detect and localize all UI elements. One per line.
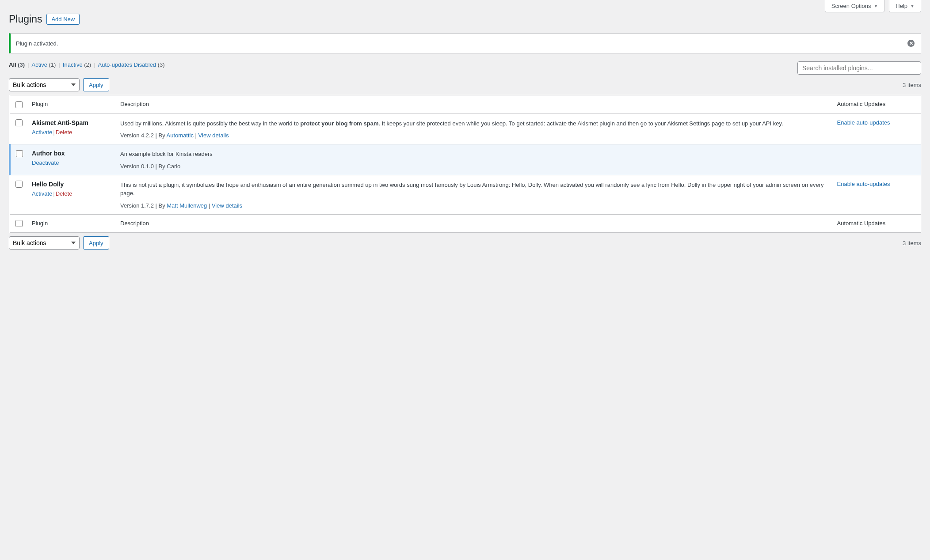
- row-actions: Deactivate: [32, 159, 111, 166]
- table-row: Hello DollyActivate|DeleteThis is not ju…: [10, 175, 921, 214]
- items-count: 3 items: [903, 82, 921, 88]
- row-actions: Activate|Delete: [32, 129, 111, 136]
- delete-link[interactable]: Delete: [56, 129, 72, 136]
- screen-options-tab[interactable]: Screen Options ▼: [825, 0, 885, 12]
- column-auto-updates[interactable]: Automatic Updates: [833, 95, 921, 114]
- column-plugin-footer[interactable]: Plugin: [27, 214, 116, 233]
- plugin-name: Hello Dolly: [32, 181, 64, 188]
- deactivate-link[interactable]: Deactivate: [32, 159, 59, 166]
- row-actions: Activate|Delete: [32, 190, 111, 197]
- help-label: Help: [896, 3, 907, 9]
- admin-notice: Plugin activated. ✕: [9, 33, 921, 53]
- filter-links: All (3) | Active (1) | Inactive (2) | Au…: [9, 61, 165, 68]
- table-row: Author boxDeactivateAn example block for…: [10, 144, 921, 175]
- author-link[interactable]: Matt Mullenweg: [167, 202, 207, 209]
- plugin-name: Akismet Anti-Spam: [32, 119, 88, 126]
- bulk-actions-select[interactable]: Bulk actions: [9, 78, 80, 91]
- filter-all[interactable]: All (3): [9, 61, 25, 68]
- select-all-checkbox-bottom[interactable]: [15, 220, 23, 227]
- activate-link[interactable]: Activate: [32, 190, 52, 197]
- row-checkbox[interactable]: [15, 119, 23, 126]
- screen-options-label: Screen Options: [831, 3, 871, 9]
- view-details-link[interactable]: View details: [212, 202, 242, 209]
- dismiss-notice-button[interactable]: ✕: [907, 39, 915, 48]
- filter-auto-disabled[interactable]: Auto-updates Disabled (3): [98, 61, 165, 68]
- close-icon: ✕: [907, 40, 915, 47]
- notice-message: Plugin activated.: [16, 40, 58, 47]
- column-description[interactable]: Description: [116, 95, 833, 114]
- filter-inactive[interactable]: Inactive (2): [63, 61, 91, 68]
- add-new-button[interactable]: Add New: [46, 14, 80, 25]
- plugin-description: Used by millions, Akismet is quite possi…: [120, 119, 828, 128]
- table-row: Akismet Anti-SpamActivate|DeleteUsed by …: [10, 114, 921, 144]
- plugins-table: Plugin Description Automatic Updates Aki…: [9, 95, 921, 233]
- page-title: Plugins: [9, 13, 42, 25]
- bulk-actions-select-bottom[interactable]: Bulk actions: [9, 236, 80, 250]
- apply-button-bottom[interactable]: Apply: [83, 236, 109, 250]
- plugin-meta: Version 0.1.0 | By Carlo: [120, 163, 828, 170]
- apply-button[interactable]: Apply: [83, 78, 109, 91]
- items-count-bottom: 3 items: [903, 240, 921, 246]
- select-all-checkbox[interactable]: [15, 101, 23, 108]
- help-tab[interactable]: Help ▼: [889, 0, 921, 12]
- plugin-description: This is not just a plugin, it symbolizes…: [120, 181, 828, 198]
- column-plugin[interactable]: Plugin: [27, 95, 116, 114]
- author-link[interactable]: Automattic: [167, 132, 194, 139]
- plugin-meta: Version 1.7.2 | By Matt Mullenweg | View…: [120, 202, 828, 209]
- plugin-meta: Version 4.2.2 | By Automattic | View det…: [120, 132, 828, 139]
- plugin-name: Author box: [32, 150, 65, 157]
- column-auto-updates-footer[interactable]: Automatic Updates: [833, 214, 921, 233]
- column-description-footer[interactable]: Description: [116, 214, 833, 233]
- delete-link[interactable]: Delete: [56, 190, 72, 197]
- enable-auto-updates-link[interactable]: Enable auto-updates: [837, 119, 890, 126]
- filter-active[interactable]: Active (1): [32, 61, 56, 68]
- activate-link[interactable]: Activate: [32, 129, 52, 136]
- row-checkbox[interactable]: [15, 181, 23, 188]
- plugin-description: An example block for Kinsta readers: [120, 150, 828, 159]
- caret-down-icon: ▼: [910, 4, 915, 8]
- row-checkbox[interactable]: [16, 150, 23, 157]
- enable-auto-updates-link[interactable]: Enable auto-updates: [837, 181, 890, 187]
- search-input[interactable]: [797, 61, 921, 75]
- caret-down-icon: ▼: [873, 4, 878, 8]
- view-details-link[interactable]: View details: [198, 132, 229, 139]
